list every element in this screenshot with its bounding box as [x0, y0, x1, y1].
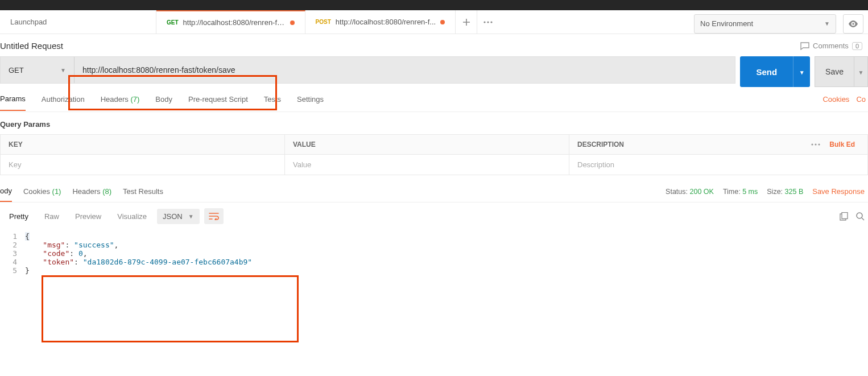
tab-authorization[interactable]: Authorization [42, 88, 85, 110]
bulk-edit-link[interactable]: Bulk Ed [829, 141, 855, 148]
chevron-down-icon: ▼ [858, 69, 864, 76]
send-button[interactable]: Send [740, 56, 793, 87]
save-options-button[interactable]: ▼ [854, 56, 868, 87]
copy-icon[interactable] [840, 212, 848, 221]
chevron-down-icon: ▼ [60, 67, 66, 73]
chevron-down-icon: ▼ [824, 20, 830, 27]
svg-point-2 [491, 21, 493, 23]
send-options-button[interactable]: ▼ [793, 56, 810, 87]
resp-tab-test-results[interactable]: Test Results [123, 187, 163, 201]
svg-point-9 [857, 213, 862, 218]
wrap-lines-button[interactable] [204, 208, 224, 224]
tab-overflow-button[interactable] [477, 10, 499, 34]
col-value-header: VALUE [285, 135, 569, 154]
resp-tab-body[interactable]: ody [0, 187, 12, 202]
tab-label: Headers [101, 95, 129, 104]
response-body-editor[interactable]: 1 { 2 "msg": "success", 3 "code": 0, 4 "… [0, 230, 868, 286]
lineno: 4 [0, 258, 25, 266]
tab-actions [456, 10, 499, 34]
param-value-input[interactable] [285, 155, 569, 175]
environment-select[interactable]: No Environment ▼ [694, 14, 836, 34]
headers-count: (7) [130, 95, 139, 104]
code-line: 5 } [0, 266, 868, 275]
window-titlebar [0, 0, 868, 10]
chevron-down-icon: ▼ [799, 69, 805, 76]
comments-count: 0 [852, 42, 862, 50]
viewer-format-select[interactable]: JSON ▼ [157, 209, 200, 224]
request-title-row: Untitled Request Comments 0 [0, 34, 868, 56]
size-group: Size: 325 B [767, 188, 803, 196]
svg-point-3 [852, 23, 854, 24]
lineno: 1 [0, 232, 25, 241]
time-group: Time: 5 ms [723, 188, 758, 196]
method-select[interactable]: GET ▼ [1, 57, 75, 83]
viewer-toolbar: Pretty Raw Preview Visualize JSON ▼ [0, 203, 868, 230]
send-group: Send ▼ [740, 56, 810, 87]
time-value: 5 ms [742, 188, 758, 196]
code-line: 4 "token": "da1802d6-879c-4099-ae07-febc… [0, 258, 868, 266]
tab-request-1[interactable]: GET http://localhost:8080/renren-fa... [156, 10, 305, 34]
response-meta: Status: 200 OK Time: 5 ms Size: 325 B Sa… [666, 187, 865, 201]
svg-rect-8 [842, 212, 848, 218]
params-header: KEY VALUE DESCRIPTION Bulk Ed [1, 135, 867, 155]
svg-point-1 [487, 21, 489, 23]
code-link[interactable]: Co [856, 95, 866, 104]
comments-button[interactable]: Comments 0 [800, 42, 862, 50]
tab-body[interactable]: Body [155, 88, 172, 110]
url-row: GET ▼ [0, 56, 735, 84]
param-key-input[interactable] [1, 155, 284, 175]
tab-method: GET [167, 19, 179, 26]
size-value: 325 B [785, 188, 804, 196]
more-icon[interactable] [811, 143, 820, 146]
viewer-right-actions [840, 212, 865, 221]
request-tabs-right: Cookies Co [822, 95, 868, 104]
save-response-link[interactable]: Save Response [812, 187, 865, 196]
svg-point-5 [815, 143, 817, 145]
lineno: 5 [0, 266, 25, 275]
code-line: 3 "code": 0, [0, 249, 868, 258]
resp-tab-headers[interactable]: Headers (8) [72, 187, 111, 201]
query-params-title: Query Params [0, 120, 868, 129]
search-icon[interactable] [856, 212, 865, 221]
tab-params[interactable]: Params [0, 88, 26, 111]
environment-preview-button[interactable] [843, 14, 863, 34]
tab-prerequest[interactable]: Pre-request Script [188, 88, 248, 110]
response-tabs: ody Cookies (1) Headers (8) Test Results… [0, 181, 868, 203]
col-key-header: KEY [1, 135, 285, 154]
param-desc-input[interactable] [569, 155, 867, 175]
desc-header-label: DESCRIPTION [577, 141, 624, 148]
svg-point-6 [819, 143, 820, 145]
params-row [1, 155, 867, 175]
tab-headers[interactable]: Headers (7) [101, 88, 140, 110]
svg-point-4 [812, 143, 813, 145]
tab-method: POST [316, 19, 331, 25]
new-tab-button[interactable] [456, 10, 477, 34]
tab-tests[interactable]: Tests [264, 88, 281, 110]
method-label: GET [9, 66, 24, 75]
viewer-raw[interactable]: Raw [39, 209, 65, 224]
comments-label: Comments [813, 42, 849, 50]
params-table: KEY VALUE DESCRIPTION Bulk Ed [0, 134, 868, 175]
request-title[interactable]: Untitled Request [0, 41, 63, 51]
lineno: 3 [0, 249, 25, 258]
viewer-preview[interactable]: Preview [69, 209, 107, 224]
tab-request-2[interactable]: POST http://localhost:8080/renren-f... [305, 10, 456, 34]
code-line: 2 "msg": "success", [0, 241, 868, 249]
tab-settings[interactable]: Settings [297, 88, 324, 110]
col-desc-header: DESCRIPTION Bulk Ed [569, 135, 867, 154]
unsaved-dot-icon [290, 20, 295, 25]
viewer-pretty[interactable]: Pretty [3, 209, 34, 224]
unsaved-dot-icon [440, 20, 445, 24]
lineno: 2 [0, 241, 25, 249]
tab-label: Launchpad [10, 18, 47, 26]
save-button[interactable]: Save [815, 56, 854, 87]
headers-count: (8) [102, 187, 111, 196]
url-input[interactable] [82, 65, 727, 75]
viewer-visualize[interactable]: Visualize [111, 209, 152, 224]
header-actions: Bulk Ed [811, 141, 859, 148]
url-input-wrap [75, 57, 735, 83]
tab-launchpad[interactable]: Launchpad [0, 10, 156, 34]
resp-tab-cookies[interactable]: Cookies (1) [23, 187, 61, 201]
cookies-link[interactable]: Cookies [822, 95, 849, 104]
svg-point-0 [484, 21, 486, 23]
